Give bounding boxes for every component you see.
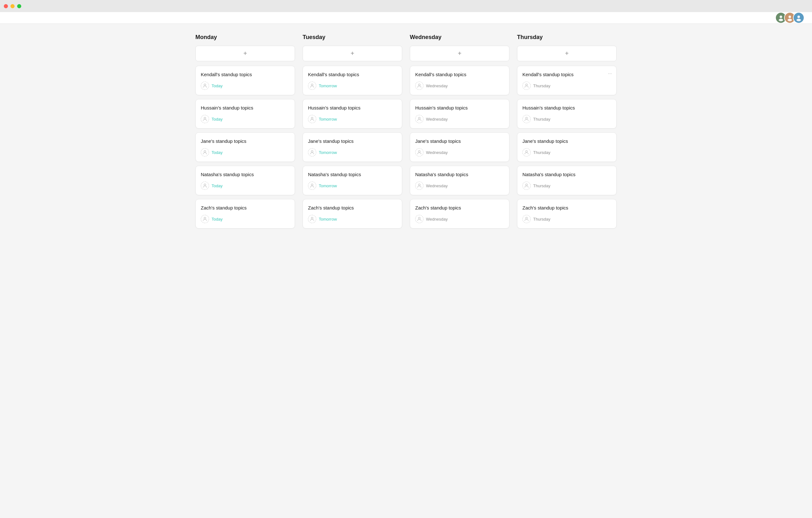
card-title: Natasha's standup topics <box>308 172 397 177</box>
person-icon <box>308 182 316 190</box>
svg-point-19 <box>418 184 420 186</box>
avatar-group <box>775 12 804 24</box>
board: Monday+Kendall's standup topics TodayHus… <box>184 24 628 243</box>
card-meta: Thursday <box>522 182 611 190</box>
card[interactable]: Zach's standup topics Thursday <box>517 199 617 228</box>
card-menu-button[interactable]: ··· <box>608 71 612 76</box>
card-date: Wednesday <box>426 150 447 155</box>
minimize-button[interactable] <box>10 4 14 8</box>
card-title: Natasha's standup topics <box>415 172 504 177</box>
svg-point-11 <box>311 84 313 86</box>
person-icon <box>522 148 531 157</box>
person-icon <box>308 115 316 123</box>
svg-point-23 <box>526 151 527 152</box>
svg-point-15 <box>311 217 313 219</box>
card-title: Hussain's standup topics <box>522 105 611 110</box>
svg-point-24 <box>526 184 527 186</box>
person-icon <box>308 82 316 90</box>
card-date: Thursday <box>533 150 550 155</box>
add-card-button-tuesday[interactable]: + <box>302 46 402 61</box>
card-meta: Tomorrow <box>308 148 397 157</box>
card-date: Thursday <box>533 217 550 222</box>
maximize-button[interactable] <box>17 4 21 8</box>
card-date: Tomorrow <box>319 150 337 155</box>
svg-point-13 <box>311 151 313 152</box>
card-meta: Tomorrow <box>308 182 397 190</box>
card[interactable]: ···Kendall's standup topics Thursday <box>517 66 617 95</box>
person-icon <box>308 148 316 157</box>
card[interactable]: Kendall's standup topics Wednesday <box>410 66 510 95</box>
card-meta: Wednesday <box>415 82 504 90</box>
card-title: Zach's standup topics <box>201 205 290 211</box>
card[interactable]: Zach's standup topics Today <box>195 199 295 228</box>
card-date: Wednesday <box>426 217 447 222</box>
column-thursday: Thursday+···Kendall's standup topics Thu… <box>513 34 620 232</box>
person-icon <box>415 182 424 190</box>
card-date: Today <box>211 83 223 88</box>
svg-point-1 <box>779 19 783 21</box>
card[interactable]: Hussain's standup topics Wednesday <box>410 99 510 129</box>
card[interactable]: Hussain's standup topics Tomorrow <box>302 99 402 129</box>
card-meta: Today <box>201 82 290 90</box>
svg-point-6 <box>204 84 206 86</box>
person-icon <box>415 148 424 157</box>
svg-point-25 <box>526 217 527 219</box>
card-meta: Tomorrow <box>308 115 397 123</box>
card[interactable]: Jane's standup topics Today <box>195 132 295 162</box>
card-date: Today <box>211 117 223 121</box>
card[interactable]: Kendall's standup topics Today <box>195 66 295 95</box>
card[interactable]: Natasha's standup topics Tomorrow <box>302 166 402 195</box>
close-button[interactable] <box>4 4 8 8</box>
card-meta: Wednesday <box>415 182 504 190</box>
card[interactable]: Jane's standup topics Thursday <box>517 132 617 162</box>
person-icon <box>201 148 209 157</box>
svg-point-10 <box>204 217 206 219</box>
card-title: Zach's standup topics <box>308 205 397 211</box>
column-monday: Monday+Kendall's standup topics TodayHus… <box>192 34 299 232</box>
card-title: Hussain's standup topics <box>415 105 504 110</box>
card-meta: Thursday <box>522 82 611 90</box>
column-wednesday: Wednesday+Kendall's standup topics Wedne… <box>406 34 513 232</box>
card-meta: Wednesday <box>415 115 504 123</box>
card-meta: Wednesday <box>415 215 504 223</box>
card[interactable]: Natasha's standup topics Today <box>195 166 295 195</box>
card-meta: Today <box>201 182 290 190</box>
card-meta: Today <box>201 115 290 123</box>
card-date: Wednesday <box>426 117 447 121</box>
card[interactable]: Kendall's standup topics Tomorrow <box>302 66 402 95</box>
card[interactable]: Hussain's standup topics Today <box>195 99 295 129</box>
add-card-button-thursday[interactable]: + <box>517 46 617 61</box>
svg-point-17 <box>418 117 420 119</box>
card[interactable]: Jane's standup topics Wednesday <box>410 132 510 162</box>
card-date: Thursday <box>533 117 550 121</box>
svg-point-22 <box>526 117 527 119</box>
card-date: Wednesday <box>426 184 447 188</box>
card[interactable]: Natasha's standup topics Wednesday <box>410 166 510 195</box>
card-date: Tomorrow <box>319 184 337 188</box>
card-meta: Thursday <box>522 115 611 123</box>
avatar-user-3[interactable] <box>793 12 804 24</box>
card-date: Today <box>211 184 223 188</box>
add-card-button-monday[interactable]: + <box>195 46 295 61</box>
card[interactable]: Jane's standup topics Tomorrow <box>302 132 402 162</box>
svg-point-20 <box>418 217 420 219</box>
card-date: Today <box>211 150 223 155</box>
card[interactable]: Natasha's standup topics Thursday <box>517 166 617 195</box>
card[interactable]: Zach's standup topics Tomorrow <box>302 199 402 228</box>
person-icon <box>522 215 531 223</box>
card[interactable]: Zach's standup topics Wednesday <box>410 199 510 228</box>
add-card-button-wednesday[interactable]: + <box>410 46 510 61</box>
card-date: Thursday <box>533 184 550 188</box>
svg-point-14 <box>311 184 313 186</box>
card-title: Zach's standup topics <box>522 205 611 211</box>
card-meta: Tomorrow <box>308 215 397 223</box>
card[interactable]: Hussain's standup topics Thursday <box>517 99 617 129</box>
card-meta: Thursday <box>522 215 611 223</box>
svg-point-16 <box>418 84 420 86</box>
card-date: Thursday <box>533 83 550 88</box>
card-title: Natasha's standup topics <box>201 172 290 177</box>
card-title: Jane's standup topics <box>308 138 397 144</box>
svg-point-18 <box>418 151 420 152</box>
svg-point-3 <box>788 19 792 21</box>
card-title: Natasha's standup topics <box>522 172 611 177</box>
